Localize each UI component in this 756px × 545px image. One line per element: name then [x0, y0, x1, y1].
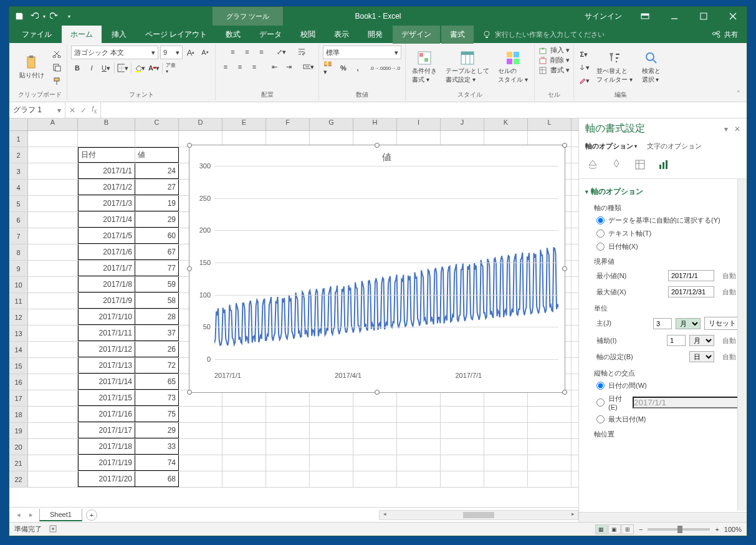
cell[interactable] [28, 374, 78, 390]
tab-data[interactable]: データ [251, 26, 290, 44]
view-normal-icon[interactable]: ▦ [595, 524, 608, 534]
cell[interactable]: 2017/1/9 [78, 293, 135, 309]
cell[interactable] [266, 407, 310, 422]
cell[interactable] [28, 293, 78, 309]
pane-dropdown-icon[interactable]: ▾ [724, 125, 728, 133]
cell[interactable] [179, 423, 222, 438]
italic-icon[interactable]: I [85, 62, 98, 74]
align-bottom-icon[interactable]: ≡ [256, 46, 268, 58]
merge-icon[interactable]: ▾ [302, 60, 315, 73]
cell[interactable] [78, 131, 135, 147]
unit-minor-select[interactable]: 月 [689, 335, 714, 346]
view-page-layout-icon[interactable]: ▣ [608, 524, 621, 534]
cell[interactable] [28, 407, 78, 422]
cell[interactable] [222, 407, 266, 422]
cross-between-radio[interactable] [596, 382, 605, 390]
cell[interactable]: 77 [135, 261, 179, 276]
accounting-icon[interactable]: 💴▾ [323, 62, 335, 74]
cell[interactable]: 2017/1/4 [78, 212, 135, 228]
column-header[interactable]: A [28, 118, 78, 130]
cell[interactable] [135, 131, 179, 147]
cell[interactable] [397, 471, 441, 487]
column-header[interactable]: D [179, 118, 222, 130]
cell[interactable]: 72 [135, 358, 179, 374]
cell[interactable] [353, 423, 397, 438]
cell[interactable] [484, 471, 528, 487]
row-header[interactable]: 7 [9, 228, 28, 244]
cell[interactable] [310, 407, 353, 422]
cell[interactable]: 2017/1/2 [78, 180, 135, 195]
axis-options-icon[interactable] [656, 157, 671, 172]
fx-icon[interactable]: fx [92, 105, 97, 115]
orientation-icon[interactable]: ⤢▾ [275, 46, 288, 58]
cell-styles-button[interactable]: セルの スタイル ▾ [495, 49, 530, 85]
bold-icon[interactable]: B [71, 62, 84, 74]
cancel-formula-icon[interactable]: ✕ [69, 106, 75, 115]
fill-icon[interactable]: ▾ [578, 61, 590, 74]
cell[interactable] [266, 455, 310, 471]
cell[interactable]: 67 [135, 244, 179, 260]
effects-icon[interactable] [609, 157, 624, 172]
increase-decimal-icon[interactable]: .0→.00 [371, 62, 384, 74]
cell[interactable] [28, 326, 78, 341]
cell[interactable] [528, 423, 572, 438]
cell[interactable]: 65 [135, 374, 179, 390]
unit-major-reset[interactable]: リセット [704, 317, 740, 330]
cell[interactable]: 60 [135, 228, 179, 244]
row-header[interactable]: 18 [9, 407, 28, 422]
row-header[interactable]: 2 [9, 147, 28, 163]
cell[interactable] [528, 471, 572, 487]
cell[interactable]: 74 [135, 455, 179, 471]
pane-tab-axis-options[interactable]: 軸のオプション ▾ [585, 140, 637, 152]
cell[interactable] [28, 423, 78, 438]
row-header[interactable]: 13 [9, 326, 28, 341]
cell[interactable] [397, 439, 441, 455]
conditional-format-button[interactable]: 条件付き 書式 ▾ [409, 49, 439, 85]
cell[interactable]: 2017/1/12 [78, 342, 135, 357]
underline-icon[interactable]: U▾ [100, 62, 112, 74]
minimize-icon[interactable] [660, 7, 688, 26]
macro-record-icon[interactable] [49, 525, 57, 534]
row-header[interactable]: 9 [9, 261, 28, 276]
row-header[interactable]: 5 [9, 196, 28, 211]
save-icon[interactable] [13, 10, 26, 22]
cell[interactable] [179, 407, 222, 422]
row-header[interactable]: 4 [9, 180, 28, 195]
section-axis-options[interactable]: 軸のオプション [585, 184, 740, 200]
cell[interactable] [353, 439, 397, 455]
zoom-slider[interactable] [648, 528, 710, 531]
qat-customize-icon[interactable]: ▾ [63, 10, 75, 22]
close-icon[interactable] [719, 7, 747, 26]
cell[interactable]: 59 [135, 277, 179, 292]
cell[interactable]: 値 [135, 147, 179, 163]
cell[interactable] [28, 471, 78, 487]
size-props-icon[interactable] [633, 157, 648, 172]
enter-formula-icon[interactable]: ✓ [80, 106, 87, 115]
cross-at-radio[interactable] [596, 398, 605, 407]
cells-insert-button[interactable]: 挿入 ▾ [538, 46, 570, 55]
row-header[interactable]: 20 [9, 439, 28, 455]
number-format-combo[interactable]: 標準▾ [323, 46, 401, 59]
cell[interactable]: 27 [135, 180, 179, 195]
cell[interactable]: 37 [135, 326, 179, 341]
format-painter-icon[interactable] [50, 75, 63, 87]
increase-font-icon[interactable]: A▴ [184, 46, 197, 59]
row-header[interactable]: 10 [9, 277, 28, 292]
pane-tab-text-options[interactable]: 文字のオプション [647, 140, 702, 152]
name-box[interactable]: グラフ 1▾ [9, 102, 65, 118]
column-header[interactable]: I [397, 118, 441, 130]
unit-minor-input[interactable] [667, 335, 686, 346]
cell[interactable]: 2017/1/8 [78, 277, 135, 292]
decrease-font-icon[interactable]: A▾ [199, 46, 211, 59]
axis-type-auto-radio[interactable] [596, 216, 605, 224]
decrease-decimal-icon[interactable]: .00→.0 [386, 62, 398, 74]
cell[interactable] [28, 455, 78, 471]
cell[interactable]: 2017/1/10 [78, 309, 135, 325]
pane-horizontal-scrollbar[interactable] [579, 512, 747, 522]
share-icon[interactable] [712, 29, 720, 39]
cell[interactable] [484, 455, 528, 471]
cell[interactable] [353, 407, 397, 422]
cell[interactable] [28, 147, 78, 163]
zoom-level[interactable]: 100% [724, 526, 742, 533]
tab-review[interactable]: 校閲 [292, 26, 324, 44]
